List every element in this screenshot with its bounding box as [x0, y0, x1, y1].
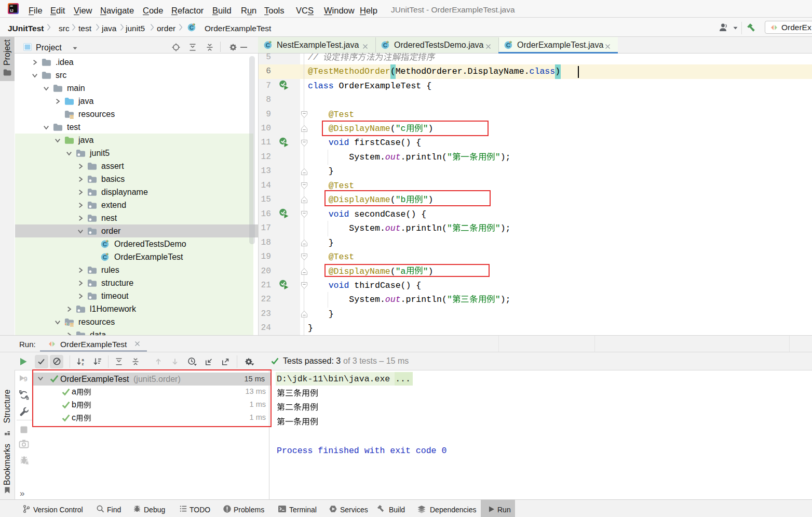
svg-text:9: 9 — [24, 375, 28, 383]
svg-text:z: z — [82, 362, 84, 366]
svg-text:IJ: IJ — [10, 8, 13, 13]
